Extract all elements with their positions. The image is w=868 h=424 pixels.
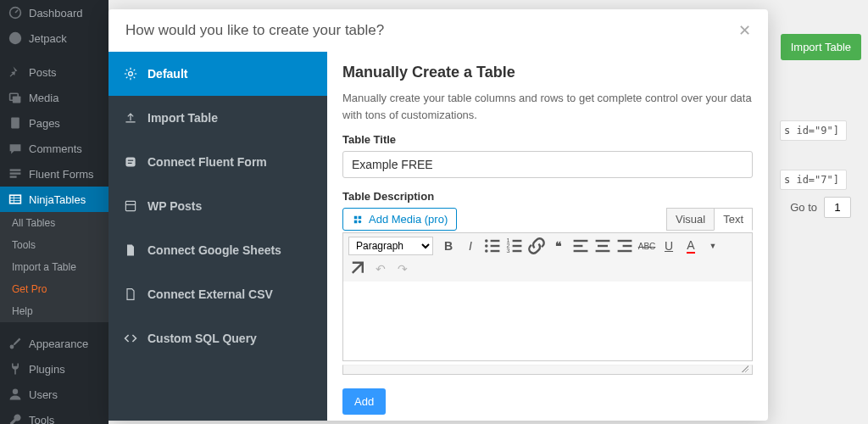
submenu-ninjatables: All Tables Tools Import a Table Get Pro … (0, 212, 108, 322)
svg-rect-38 (596, 250, 610, 252)
svg-point-14 (129, 72, 133, 76)
menu-appearance[interactable]: Appearance (0, 331, 108, 356)
modal-body: Default Import Table Connect Fluent Form… (108, 52, 768, 421)
create-table-modal: How would you like to create your table?… (108, 9, 768, 421)
sub-help[interactable]: Help (0, 300, 108, 322)
svg-rect-36 (596, 240, 610, 242)
strikethrough-button[interactable]: ABC (637, 236, 657, 256)
option-label: Connect Fluent Form (147, 155, 267, 169)
number-list-button[interactable]: 123 (504, 236, 525, 256)
svg-rect-17 (128, 163, 132, 164)
clear-format-button[interactable] (348, 259, 369, 279)
menu-posts[interactable]: Posts (0, 59, 108, 85)
svg-point-21 (485, 239, 488, 243)
option-sql[interactable]: Custom SQL Query (108, 316, 327, 360)
tab-visual[interactable]: Visual (666, 208, 714, 231)
menu-users[interactable]: Users (0, 382, 108, 407)
wp-admin-sidebar: Dashboard Jetpack Posts Media Pages Comm… (0, 0, 108, 424)
link-button[interactable] (526, 236, 547, 256)
menu-label: Plugins (29, 363, 65, 376)
menu-ninjatables[interactable]: NinjaTables (0, 187, 108, 212)
svg-point-20 (359, 220, 362, 223)
upload-icon (124, 111, 137, 125)
svg-rect-8 (10, 195, 21, 204)
svg-rect-16 (128, 160, 133, 161)
menu-jetpack[interactable]: Jetpack (0, 25, 108, 51)
svg-rect-5 (10, 169, 21, 170)
editor-toolbar-row1: Paragraph B I 123 ❝ ABC U A ▼ (342, 232, 753, 259)
content-heading: Manually Create a Table (342, 64, 753, 81)
svg-rect-26 (491, 250, 500, 252)
italic-button[interactable]: I (460, 236, 481, 256)
undo-button[interactable]: ↶ (370, 259, 391, 279)
bullet-list-button[interactable] (482, 236, 503, 256)
svg-rect-28 (513, 240, 522, 242)
option-wp-posts[interactable]: WP Posts (108, 184, 327, 228)
svg-rect-39 (618, 240, 632, 242)
code-icon (124, 332, 137, 345)
sub-import[interactable]: Import a Table (0, 256, 108, 278)
option-fluent-form[interactable]: Connect Fluent Form (108, 140, 327, 184)
option-external-csv[interactable]: Connect External CSV (108, 272, 327, 316)
tab-text[interactable]: Text (714, 208, 753, 231)
menu-label: Tools (29, 414, 54, 425)
brush-icon (8, 337, 22, 350)
underline-button[interactable]: U (659, 236, 679, 256)
svg-point-13 (13, 389, 18, 394)
sub-all-tables[interactable]: All Tables (0, 212, 108, 234)
option-label: Connect Google Sheets (147, 243, 281, 257)
plug-icon (8, 362, 22, 376)
modal-sidebar: Default Import Table Connect Fluent Form… (108, 52, 327, 421)
option-label: Connect External CSV (147, 287, 273, 301)
align-left-button[interactable] (570, 236, 591, 256)
modal-title: How would you like to create your table? (125, 22, 384, 39)
menu-media[interactable]: Media (0, 85, 108, 110)
menu-label: Posts (29, 66, 57, 79)
menu-plugins[interactable]: Plugins (0, 356, 108, 382)
modal-content: Manually Create a Table Manually create … (327, 52, 768, 421)
import-table-button[interactable]: Import Table (781, 34, 861, 60)
goto-input[interactable] (824, 197, 851, 218)
table-icon (8, 192, 22, 206)
dashboard-icon (8, 6, 22, 20)
align-center-button[interactable] (593, 236, 613, 256)
form-icon (8, 167, 22, 181)
menu-pages[interactable]: Pages (0, 110, 108, 136)
editor-toolbar-row2: ↶ ↷ (342, 259, 753, 282)
option-google-sheets[interactable]: Connect Google Sheets (108, 228, 327, 272)
menu-label: Comments (29, 142, 82, 155)
title-label: Table Title (342, 133, 753, 146)
color-dropdown-button[interactable]: ▼ (703, 236, 723, 256)
menu-dashboard[interactable]: Dashboard (0, 0, 108, 25)
sub-tools[interactable]: Tools (0, 234, 108, 256)
text-color-button[interactable]: A (681, 236, 701, 256)
format-select[interactable]: Paragraph (348, 237, 433, 255)
description-editor[interactable] (342, 282, 753, 361)
svg-rect-6 (10, 172, 21, 174)
media-icon (8, 91, 22, 104)
gear-icon (124, 67, 137, 81)
description-label: Table Description (342, 190, 753, 203)
editor-tabs: Visual Text (666, 208, 753, 231)
menu-label: NinjaTables (29, 193, 86, 206)
svg-text:3: 3 (506, 247, 509, 254)
table-title-input[interactable] (342, 151, 753, 178)
option-default[interactable]: Default (108, 52, 327, 96)
add-media-button[interactable]: Add Media (pro) (342, 208, 457, 231)
option-label: Default (147, 67, 187, 81)
menu-fluent-forms[interactable]: Fluent Forms (0, 161, 108, 187)
redo-button[interactable]: ↷ (392, 259, 413, 279)
align-right-button[interactable] (615, 236, 635, 256)
quote-button[interactable]: ❝ (548, 236, 569, 256)
menu-comments[interactable]: Comments (0, 136, 108, 161)
bold-button[interactable]: B (438, 236, 459, 256)
add-button[interactable]: Add (342, 388, 386, 415)
editor-resize-handle[interactable] (342, 365, 753, 375)
menu-tools[interactable]: Tools (0, 407, 108, 424)
menu-label: Appearance (29, 338, 88, 350)
svg-rect-32 (513, 250, 522, 252)
option-import[interactable]: Import Table (108, 96, 327, 140)
sub-get-pro[interactable]: Get Pro (0, 278, 108, 300)
goto-label: Go to (790, 201, 817, 214)
modal-close-button[interactable]: ✕ (738, 21, 751, 40)
